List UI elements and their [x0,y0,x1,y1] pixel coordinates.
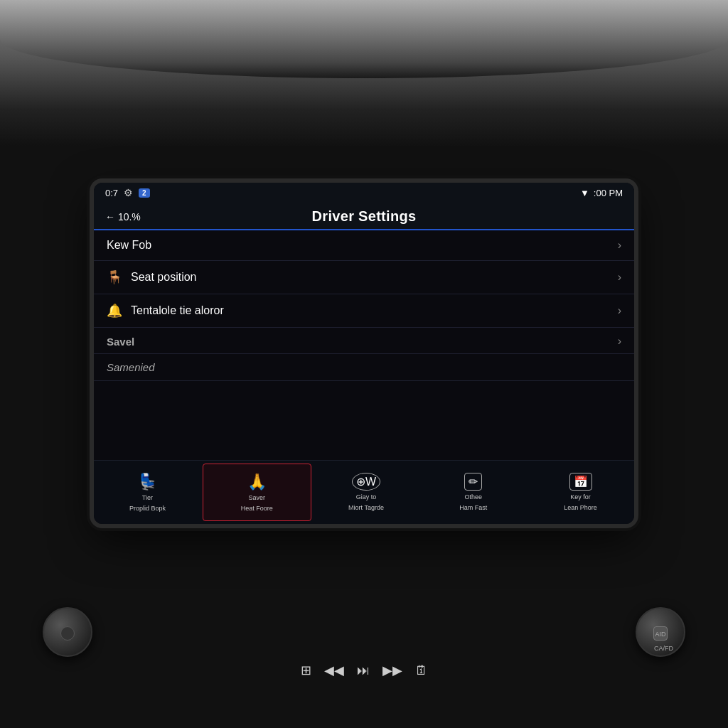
tab-othee-icon: ✏ [464,473,482,491]
ctrl-icon-forward[interactable]: ▶▶ [382,663,402,678]
notification-badge: 2 [139,188,150,198]
ctrl-icon-1[interactable]: ⊞ [301,663,311,678]
bottom-controls: ⊞ ◀◀ ⏭ ▶▶ 🗓 [301,663,428,678]
tab-giay[interactable]: ⊕W Giay to Miort Tagrde [313,461,420,524]
dashboard-top [0,0,728,78]
section-savel[interactable]: Savel › [94,328,634,354]
seat-icon: 🪑 [107,269,122,285]
tab-giay-label1: Giay to [356,493,377,501]
tab-key-label1: Key for [570,493,591,501]
menu-item-tentalole-left: 🔔 Tentalole tie aloror [107,303,224,318]
tab-giay-icon: ⊕W [352,473,380,491]
tab-tier-icon: 💺 [138,473,157,491]
header: ← 10.% Driver Settings [94,203,634,230]
tab-key[interactable]: 📅 Key for Lean Phore [527,461,634,524]
tab-bar: 💺 Tier Proplid Bopk 🙏 Saver Heat Foore ⊕… [94,460,634,524]
gear-icon: ⚙ [124,187,133,198]
tab-tier[interactable]: 💺 Tier Proplid Bopk [94,461,201,524]
tab-tier-label2: Proplid Bopk [129,505,166,513]
ctrl-icon-rewind[interactable]: ◀◀ [324,663,344,678]
back-button[interactable]: ← 10.% [105,211,162,223]
tab-saver-icon: 🙏 [247,473,267,491]
status-left: 0:7 ⚙ 2 [105,187,150,198]
chevron-icon-key-fob: › [618,239,621,252]
partial-item-label: Samenied [107,361,155,373]
screen-main: 0:7 ⚙ 2 ▼ :00 PM ← 10.% Driver Settings [94,183,634,524]
menu-item-seat-position-left: 🪑 Seat position [107,269,197,285]
menu-item-key-fob[interactable]: Kew Fob › [94,230,634,261]
wifi-icon: ▼ [580,188,589,198]
chevron-icon-tentalole: › [618,304,621,317]
menu-item-key-fob-label: Kew Fob [107,239,151,252]
ctrl-icon-5[interactable]: 🗓 [415,663,428,678]
status-time: 0:7 [105,188,118,198]
tab-giay-label2: Miort Tagrde [348,504,384,512]
menu-item-seat-position[interactable]: 🪑 Seat position › [94,261,634,294]
menu-item-tentalole-label: Tentalole tie aloror [131,304,224,317]
tab-saver-label2: Heat Foore [241,505,273,513]
back-label: ← 10.% [105,211,141,223]
bell-icon: 🔔 [107,303,122,318]
tab-tier-label1: Tier [142,494,153,502]
ctrl-icon-next[interactable]: ⏭ [357,663,370,678]
menu-item-key-fob-left: Kew Fob [107,239,151,252]
section-savel-label: Savel [107,336,134,348]
status-clock: :00 PM [594,188,623,198]
status-right: ▼ :00 PM [580,188,623,198]
menu-item-tentalole[interactable]: 🔔 Tentalole tie aloror › [94,294,634,328]
tab-saver[interactable]: 🙏 Saver Heat Foore [203,464,311,521]
right-knob-label: AIDCA/FD [653,626,668,641]
chevron-icon-savel: › [618,335,621,348]
tab-key-label2: Lean Phore [564,504,597,512]
right-knob[interactable]: AIDCA/FD [636,607,685,657]
partial-item: Samenied [94,354,634,381]
status-bar: 0:7 ⚙ 2 ▼ :00 PM [94,183,634,203]
chevron-icon-seat: › [618,271,621,284]
page-title: Driver Settings [162,208,566,225]
tab-key-icon: 📅 [569,473,592,491]
tab-saver-label1: Saver [248,494,265,502]
left-knob[interactable] [43,607,92,657]
tab-othee-label2: Ham Fast [459,504,487,512]
car-surround: 0:7 ⚙ 2 ▼ :00 PM ← 10.% Driver Settings [0,0,728,728]
menu-item-seat-position-label: Seat position [131,271,197,284]
screen-bezel: 0:7 ⚙ 2 ▼ :00 PM ← 10.% Driver Settings [94,183,634,524]
tab-othee[interactable]: ✏ Othee Ham Fast [419,461,527,524]
tab-othee-label1: Othee [465,493,483,501]
left-knob-center [60,626,75,641]
